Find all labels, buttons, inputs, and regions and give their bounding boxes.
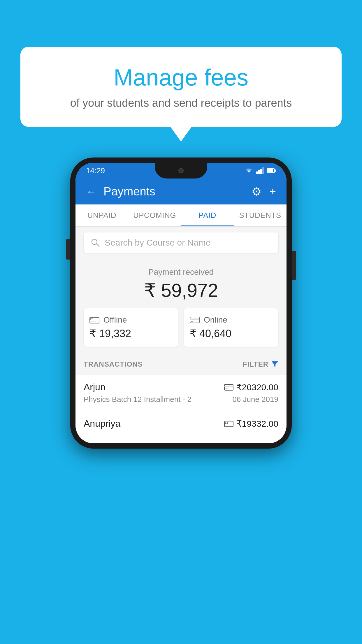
search-placeholder: Search by Course or Name: [105, 238, 211, 248]
tab-students[interactable]: STUDENTS: [234, 204, 287, 226]
online-amount: ₹ 40,640: [190, 328, 273, 340]
settings-icon[interactable]: ⚙: [252, 185, 261, 198]
app-header: ← Payments ⚙ +: [75, 178, 287, 204]
status-time: 14:29: [86, 166, 105, 175]
phone-body: 14:29: [70, 158, 292, 449]
svg-rect-3: [262, 167, 264, 174]
speech-bubble: Manage fees of your students and send re…: [20, 47, 342, 127]
online-icon: [190, 316, 200, 324]
speech-bubble-subtext: of your students and send receipts to pa…: [44, 97, 318, 109]
transaction-wallet-icon: [224, 420, 233, 428]
transaction-amount-2: ₹19332.00: [236, 419, 278, 429]
payment-summary: Payment received ₹ 59,972: [75, 259, 287, 354]
transaction-row: Arjun ₹20320.00 Physics Batch: [75, 375, 287, 411]
svg-rect-20: [225, 422, 228, 424]
online-card: Online ₹ 40,640: [184, 308, 278, 347]
svg-rect-5: [275, 169, 276, 172]
transaction-top-2: Anupriya ₹19332.00: [84, 418, 278, 429]
transaction-name-2: Anupriya: [84, 418, 120, 429]
status-icons: [245, 167, 276, 174]
transaction-date-1: 06 June 2019: [232, 395, 278, 404]
svg-line-8: [96, 244, 99, 246]
offline-label: Offline: [103, 315, 127, 325]
svg-rect-2: [260, 169, 262, 174]
phone-notch: [155, 163, 207, 178]
filter-label: FILTER: [243, 360, 268, 368]
svg-rect-1: [258, 170, 260, 174]
svg-rect-18: [225, 388, 228, 389]
svg-rect-14: [190, 318, 199, 320]
header-right: ⚙ +: [252, 185, 276, 198]
speech-bubble-container: Manage fees of your students and send re…: [20, 47, 342, 127]
transaction-course-1: Physics Batch 12 Installment - 2: [84, 395, 191, 404]
speech-bubble-heading: Manage fees: [44, 64, 318, 91]
payment-cards: Offline ₹ 19,332: [84, 308, 278, 347]
filter-icon: [271, 361, 278, 368]
transaction-amount-container-1: ₹20320.00: [224, 382, 278, 392]
transaction-row-2: Anupriya ₹19332.00: [75, 411, 287, 443]
transactions-header: TRANSACTIONS FILTER: [75, 354, 287, 375]
tabs-container: UNPAID UPCOMING PAID STUDENTS: [75, 204, 287, 227]
transaction-bottom-1: Physics Batch 12 Installment - 2 06 June…: [84, 395, 278, 404]
offline-card: Offline ₹ 19,332: [84, 308, 178, 347]
svg-rect-10: [91, 318, 93, 320]
online-label: Online: [204, 315, 227, 325]
phone-screen: 14:29: [75, 163, 287, 443]
tab-paid[interactable]: PAID: [181, 204, 234, 226]
offline-icon: [89, 316, 99, 324]
back-button[interactable]: ←: [86, 186, 96, 198]
filter-container[interactable]: FILTER: [243, 360, 278, 368]
svg-rect-15: [191, 321, 193, 322]
search-container: Search by Course or Name: [75, 227, 287, 259]
offline-amount: ₹ 19,332: [89, 328, 172, 340]
svg-rect-0: [256, 172, 258, 174]
svg-rect-6: [267, 169, 273, 172]
tab-upcoming[interactable]: UPCOMING: [128, 204, 181, 226]
wifi-icon: [245, 167, 253, 174]
camera-dot: [178, 168, 184, 173]
signal-icon: [256, 167, 264, 174]
page-title: Payments: [103, 185, 155, 198]
transaction-amount-1: ₹20320.00: [236, 382, 278, 392]
search-icon: [91, 238, 100, 247]
offline-card-header: Offline: [89, 315, 172, 325]
search-bar[interactable]: Search by Course or Name: [84, 232, 278, 253]
payment-amount: ₹ 59,972: [84, 280, 278, 301]
transaction-name-1: Arjun: [84, 382, 106, 393]
transaction-card-icon-1: [224, 384, 233, 391]
svg-rect-17: [224, 386, 233, 387]
tab-unpaid[interactable]: UNPAID: [75, 204, 128, 226]
phone-mockup: 14:29: [70, 158, 292, 449]
transaction-amount-container-2: ₹19332.00: [224, 419, 278, 429]
payment-label: Payment received: [84, 267, 278, 277]
battery-icon: [267, 168, 276, 173]
header-left: ← Payments: [86, 185, 155, 198]
add-button[interactable]: +: [270, 185, 276, 198]
online-card-header: Online: [190, 315, 273, 325]
transactions-label: TRANSACTIONS: [84, 360, 143, 368]
transaction-top-1: Arjun ₹20320.00: [84, 382, 278, 393]
